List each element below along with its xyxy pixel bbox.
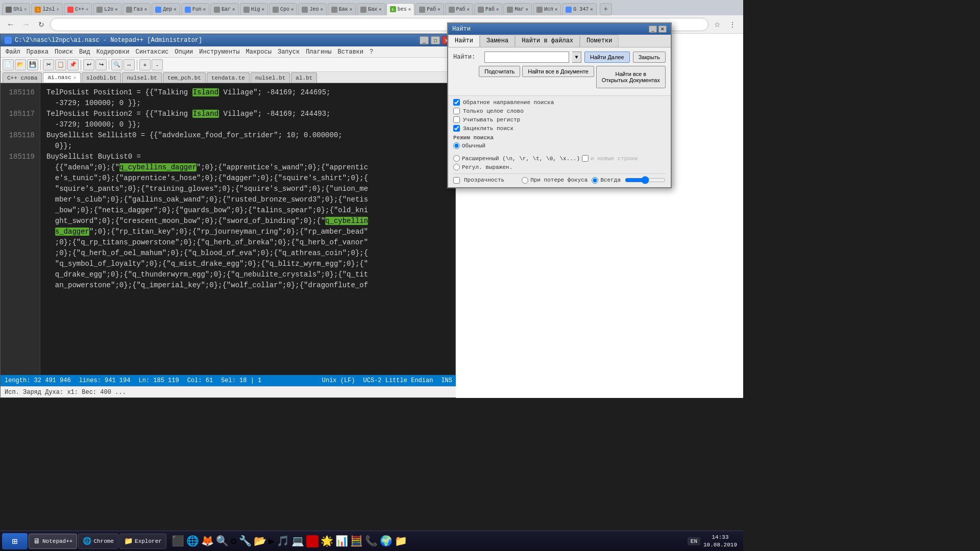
find-transparency-checkbox[interactable]	[453, 177, 460, 184]
toolbar-copy[interactable]: 📋	[55, 59, 66, 70]
code-content[interactable]: TelPosList Position1 = {{"Talking Island…	[40, 83, 455, 379]
toolbar-undo[interactable]: ↩	[83, 59, 94, 70]
tab-bes[interactable]: b bes ✕	[386, 3, 414, 15]
toolbar-replace[interactable]: ↔	[124, 59, 135, 70]
find-mode-regex[interactable]	[453, 164, 460, 170]
tab-close-icon[interactable]: ✕	[115, 7, 117, 12]
menu-options[interactable]: Опции	[172, 47, 196, 57]
toolbar-zoom-out[interactable]: -	[152, 59, 163, 70]
menu-plugins[interactable]: Плагины	[303, 47, 334, 57]
find-matchcase-checkbox[interactable]	[453, 116, 460, 123]
menu-help[interactable]: ?	[366, 47, 376, 57]
file-tab-nulsel[interactable]: nulsel.bt	[122, 72, 161, 83]
tab-new[interactable]: +	[600, 3, 612, 15]
tab-hig[interactable]: Hig ✕	[240, 3, 268, 15]
find-next-button[interactable]: Найти Далее	[584, 52, 630, 63]
find-wholeword-checkbox[interactable]	[453, 108, 460, 114]
menu-run[interactable]: Запуск	[275, 47, 303, 57]
tab-close-icon[interactable]: ✕	[174, 7, 176, 12]
file-tab-slodbl[interactable]: slodbl.bt	[82, 72, 121, 83]
menu-encoding[interactable]: Кодировки	[93, 47, 133, 57]
tab-l2o[interactable]: L2o ✕	[93, 3, 121, 15]
tab-close-icon[interactable]: ✕	[437, 7, 440, 12]
toolbar-paste[interactable]: 📌	[67, 59, 79, 70]
file-tab-tendata[interactable]: tendata.te	[207, 72, 250, 83]
file-tab-albt[interactable]: al.bt	[291, 72, 317, 83]
tab-bak1[interactable]: Бак ✕	[328, 3, 356, 15]
menu-edit[interactable]: Правка	[23, 47, 52, 57]
minimize-button[interactable]: _	[420, 36, 429, 44]
tab-g347[interactable]: G 347 ✕	[562, 3, 596, 15]
find-tab-replace[interactable]: Замена	[480, 35, 515, 47]
reload-button[interactable]: ↻	[35, 18, 48, 31]
tab-mag[interactable]: Маг ✕	[503, 3, 531, 15]
find-dropdown-btn[interactable]: ▼	[572, 52, 581, 63]
tab-close-icon[interactable]: ✕	[86, 7, 88, 12]
tab-close-icon[interactable]: ✕	[590, 7, 593, 12]
menu-search[interactable]: Поиск	[52, 47, 76, 57]
file-tab-cpp[interactable]: C++ слова	[3, 72, 42, 83]
forward-button[interactable]: →	[19, 18, 33, 31]
tab-bag[interactable]: Баг ✕	[210, 3, 238, 15]
find-count-button[interactable]: Подсчитать	[479, 66, 520, 77]
toolbar-zoom-in[interactable]: +	[139, 59, 151, 70]
menu-view[interactable]: Вид	[76, 47, 93, 57]
menu-inserts[interactable]: Вставки	[335, 47, 366, 57]
find-tab-findinfiles[interactable]: Найти в файлах	[515, 35, 580, 47]
tab-close-icon[interactable]: ✕	[56, 7, 59, 12]
tab-close-icon[interactable]: ✕	[24, 7, 27, 12]
menu-macros[interactable]: Макросы	[243, 47, 275, 57]
bookmark-button[interactable]: ☆	[710, 18, 724, 31]
find-mode-normal[interactable]	[453, 142, 460, 149]
tab-close-icon[interactable]: ✕	[496, 7, 499, 12]
toolbar-redo[interactable]: ↪	[95, 59, 107, 70]
tab-close-icon[interactable]: ✕	[262, 7, 264, 12]
find-all-doc-button[interactable]: Найти все в Документе	[522, 66, 594, 77]
file-tab-ai-close[interactable]: ✕	[74, 75, 76, 81]
find-close-button[interactable]: Закрыть	[633, 52, 666, 63]
find-transparency-on-lose[interactable]	[522, 177, 528, 184]
code-area[interactable]: 185116 · 185117 · 185118 · 185119 · · · …	[1, 83, 455, 379]
settings-button[interactable]: ⋮	[726, 18, 739, 31]
tab-close-icon[interactable]: ✕	[291, 7, 293, 12]
tab-rab2[interactable]: Раб ✕	[445, 3, 473, 15]
file-tab-nulsel2[interactable]: nulsel.bt	[251, 72, 290, 83]
tab-close-icon[interactable]: ✕	[144, 7, 147, 12]
tab-close-icon[interactable]: ✕	[232, 7, 235, 12]
find-tab-find[interactable]: Найти	[448, 35, 480, 47]
tab-fun[interactable]: Fun ✕	[181, 3, 209, 15]
find-wrap-checkbox[interactable]	[453, 125, 460, 132]
tab-close-icon[interactable]: ✕	[350, 7, 352, 12]
tab-jeo[interactable]: Jeo ✕	[298, 3, 326, 15]
tab-l2sl[interactable]: l l2sl ✕	[31, 3, 62, 15]
find-transparency-slider[interactable]	[625, 176, 666, 184]
tab-close-icon[interactable]: ✕	[555, 7, 557, 12]
tab-shi[interactable]: Shi ✕	[2, 3, 30, 15]
file-tab-ai[interactable]: ai.nasc ✕	[43, 72, 81, 83]
tab-sro[interactable]: Сро ✕	[269, 3, 297, 15]
tab-close-icon[interactable]: ✕	[467, 7, 470, 12]
toolbar-new[interactable]: 📄	[3, 59, 14, 70]
find-dialog-close[interactable]: ✕	[658, 26, 667, 33]
toolbar-save[interactable]: 💾	[27, 59, 38, 70]
toolbar-cut[interactable]: ✂	[43, 59, 54, 70]
tab-close-icon[interactable]: ✕	[379, 7, 381, 12]
tab-close-icon[interactable]: ✕	[320, 7, 323, 12]
find-all-open-button[interactable]: Найти все вОткрытых Документах	[596, 66, 666, 88]
tab-der[interactable]: Дер ✕	[152, 3, 180, 15]
tab-gaz[interactable]: Газ ✕	[122, 3, 151, 15]
toolbar-find[interactable]: 🔍	[111, 59, 122, 70]
tab-close-icon[interactable]: ✕	[408, 7, 411, 12]
tab-rab1[interactable]: Раб ✕	[415, 3, 444, 15]
toolbar-open[interactable]: 📂	[15, 59, 26, 70]
menu-tools[interactable]: Инструменты	[196, 47, 242, 57]
tab-close-icon[interactable]: ✕	[203, 7, 206, 12]
tab-isp[interactable]: Исп ✕	[533, 3, 561, 15]
find-transparency-always[interactable]	[592, 177, 598, 184]
tab-rab3[interactable]: Раб ✕	[474, 3, 502, 15]
find-dialog-minimize[interactable]: _	[649, 26, 657, 33]
find-search-input[interactable]: cybellins	[484, 52, 569, 63]
find-reverse-checkbox[interactable]	[453, 99, 460, 106]
back-button[interactable]: ←	[4, 18, 17, 31]
find-mode-extended[interactable]	[453, 155, 460, 162]
